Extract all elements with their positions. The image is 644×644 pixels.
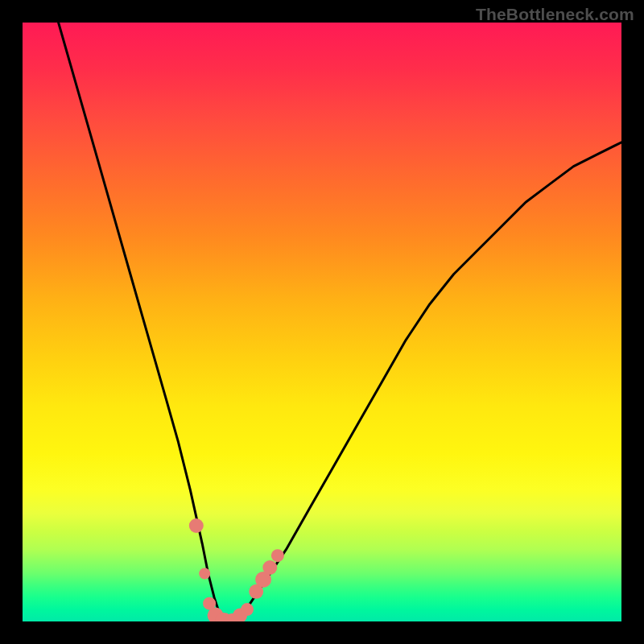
marker-dot — [189, 518, 204, 533]
marker-dot — [241, 603, 254, 616]
chart-frame: TheBottleneck.com — [0, 0, 644, 644]
marker-dot — [271, 549, 284, 562]
marker-dot — [199, 568, 210, 580]
chart-svg — [23, 23, 621, 621]
marker-group — [189, 518, 284, 621]
plot-area — [23, 23, 621, 621]
bottleneck-curve-path — [59, 23, 621, 621]
watermark-text: TheBottleneck.com — [476, 5, 634, 24]
bottleneck-curve — [59, 23, 621, 621]
marker-dot — [262, 560, 277, 575]
